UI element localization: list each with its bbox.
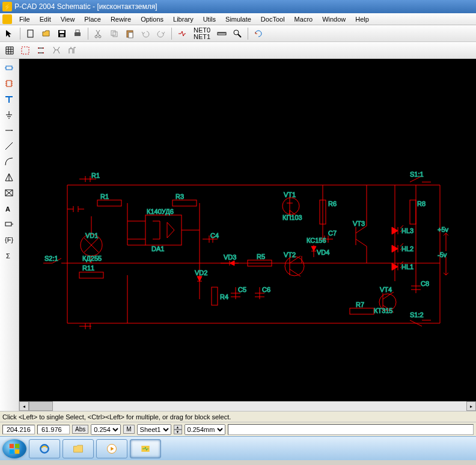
scroll-thumb[interactable] xyxy=(29,401,53,411)
label-r1: R1 xyxy=(91,172,100,179)
net-tool[interactable] xyxy=(175,26,189,41)
copy-button[interactable] xyxy=(107,26,121,41)
label-s1: S1:1 xyxy=(410,171,424,178)
component-button[interactable] xyxy=(65,43,79,58)
label-hl2: HL2 xyxy=(401,245,413,252)
svg-rect-30 xyxy=(145,215,182,245)
redo-button[interactable] xyxy=(154,26,168,41)
print-button[interactable] xyxy=(70,26,85,41)
open-button[interactable] xyxy=(39,26,53,41)
label-p5v: +5v xyxy=(438,226,449,233)
grid-toggle[interactable] xyxy=(2,43,17,58)
ground-icon[interactable] xyxy=(1,108,17,121)
label-r3: R3 xyxy=(175,193,184,200)
brace-icon[interactable]: {F} xyxy=(1,233,17,246)
paste-button[interactable] xyxy=(123,26,137,41)
place-part-icon[interactable] xyxy=(1,61,17,74)
sheet-select[interactable]: Sheet1 xyxy=(137,424,171,435)
line-icon[interactable] xyxy=(1,139,17,153)
label-vt1-part: КП103 xyxy=(282,214,302,221)
text-icon[interactable]: A xyxy=(1,202,17,215)
label-sw2: S2:1 xyxy=(44,255,58,262)
label-c4: C4 xyxy=(210,232,219,239)
box-icon[interactable] xyxy=(1,186,17,199)
netlist-button[interactable]: NET0NET1 xyxy=(191,26,213,41)
sheet-select-button[interactable] xyxy=(18,43,32,58)
scroll-right-icon[interactable]: ▸ xyxy=(466,401,476,411)
arc-icon[interactable] xyxy=(1,155,17,168)
app-icon: ⚡ xyxy=(2,2,12,11)
menu-macro[interactable]: Macro xyxy=(290,14,318,24)
m-button[interactable]: M xyxy=(123,425,134,434)
svg-rect-39 xyxy=(410,200,416,224)
svg-rect-0 xyxy=(28,30,33,37)
new-button[interactable] xyxy=(23,26,38,41)
menu-file[interactable]: File xyxy=(14,14,35,24)
taskbar-media[interactable] xyxy=(96,439,127,458)
place-toolbar: A {F} Σ xyxy=(0,59,19,411)
menu-help[interactable]: Help xyxy=(350,14,374,24)
label-vd2: VD2 xyxy=(195,269,207,276)
abs-button[interactable]: Abs xyxy=(72,425,88,434)
select-tool[interactable] xyxy=(2,26,17,41)
refresh-button[interactable] xyxy=(251,26,266,41)
ic-icon[interactable] xyxy=(1,77,17,90)
svg-rect-40 xyxy=(10,443,14,448)
schematic-canvas[interactable]: R1 R1 R3 К140УД6 DA1 VD1 КД255 R11 C4 VD… xyxy=(19,59,476,411)
menu-utils[interactable]: Utils xyxy=(198,14,221,24)
sigma-icon[interactable]: Σ xyxy=(1,249,17,262)
label-r1b: R1 xyxy=(100,193,109,200)
sheet-spinner[interactable]: ▲▼ xyxy=(174,425,182,434)
menu-place[interactable]: Place xyxy=(79,14,106,24)
cut-button[interactable] xyxy=(91,26,106,41)
menu-edit[interactable]: Edit xyxy=(35,14,56,24)
svg-point-13 xyxy=(234,30,239,35)
pin-icon[interactable] xyxy=(1,124,17,137)
undo-button[interactable] xyxy=(138,26,153,41)
svg-point-21 xyxy=(11,130,13,131)
save-button[interactable] xyxy=(55,26,69,41)
svg-rect-31 xyxy=(172,200,197,206)
command-field[interactable] xyxy=(228,424,474,435)
svg-rect-29 xyxy=(79,272,103,278)
measure-button[interactable] xyxy=(215,26,229,41)
menu-view[interactable]: View xyxy=(56,14,80,24)
menu-doctool[interactable]: DocTool xyxy=(256,14,290,24)
label-vt4: VT4 xyxy=(380,286,392,293)
label-da1: DA1 xyxy=(151,245,164,252)
snap-button[interactable] xyxy=(34,43,48,58)
zoom-button[interactable] xyxy=(230,26,245,41)
menu-simulate[interactable]: Simulate xyxy=(221,14,256,24)
wire-icon[interactable] xyxy=(1,217,17,231)
svg-rect-4 xyxy=(75,32,81,36)
svg-rect-20 xyxy=(7,81,11,87)
scrollbar-horizontal[interactable]: ◂ ▸ xyxy=(19,401,476,411)
reflect-icon[interactable] xyxy=(1,171,17,184)
label-kc156: КС156 xyxy=(307,237,326,244)
doc-icon xyxy=(2,14,12,24)
label-r4: R4 xyxy=(220,293,228,300)
label-vt3: VT3 xyxy=(353,220,365,227)
part-button[interactable] xyxy=(49,43,64,58)
coord-x: 204.216 xyxy=(2,425,35,434)
menu-library[interactable]: Library xyxy=(168,14,198,24)
menu-rewire[interactable]: Rewire xyxy=(106,14,136,24)
label-hl1: HL1 xyxy=(401,263,413,270)
start-button[interactable] xyxy=(2,439,26,458)
label-da1-part: К140УД6 xyxy=(147,208,174,215)
t-connect-icon[interactable] xyxy=(1,93,17,106)
svg-rect-5 xyxy=(76,30,79,32)
scroll-left-icon[interactable]: ◂ xyxy=(19,401,29,411)
menu-options[interactable]: Options xyxy=(136,14,168,24)
label-r5: R5 xyxy=(257,253,265,260)
taskbar-explorer[interactable] xyxy=(63,439,94,458)
label-vd1: VD1 xyxy=(85,232,98,239)
grid-select[interactable]: 0.254 xyxy=(91,424,121,435)
toolbar-main: NET0NET1 xyxy=(0,25,476,42)
menu-window[interactable]: Window xyxy=(317,14,350,24)
label-r8: R8 xyxy=(417,200,426,207)
taskbar-ie[interactable] xyxy=(29,439,60,458)
taskbar-pcad[interactable] xyxy=(130,439,161,458)
label-vd3: VD3 xyxy=(224,254,236,261)
units-select[interactable]: 0.254mm xyxy=(185,424,225,435)
